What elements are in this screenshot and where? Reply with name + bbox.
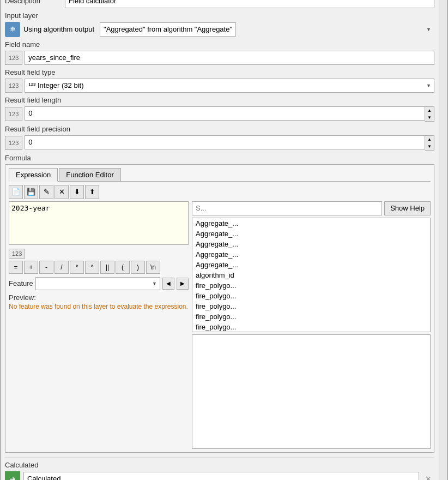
preview-label: Preview:: [9, 293, 36, 302]
result-field-length-increment[interactable]: ▲: [425, 107, 434, 114]
result-field-type-label: Result field type: [5, 68, 434, 76]
field-name-row: 123: [5, 51, 434, 65]
tab-function-editor[interactable]: Function Editor: [59, 168, 120, 181]
calculated-row: ➜ ✕: [5, 471, 434, 481]
result-field-length-input[interactable]: [25, 106, 425, 121]
field-name-input[interactable]: [25, 51, 434, 65]
dialog-content: Properties Comments Description Input la…: [1, 0, 439, 480]
feature-prev-btn[interactable]: ◀: [162, 278, 174, 290]
delete-expression-btn[interactable]: ✕: [55, 185, 69, 199]
result-field-precision-spinbox: ▲ ▼: [25, 135, 434, 151]
search-row: Show Help: [192, 201, 431, 215]
calculated-section: Calculated ➜ ✕: [5, 457, 434, 481]
result-field-precision-prefix: 123: [5, 136, 22, 150]
expr-textarea-wrapper: <span style="color:#cc0000;">2023</span>…: [9, 201, 189, 247]
save-expression-btn[interactable]: 💾: [24, 185, 38, 199]
list-item[interactable]: algorithm_id: [192, 270, 430, 280]
formula-section: Formula Expression Function Editor 📄 💾 ✎: [5, 154, 434, 453]
dialog-scroll: Properties Comments Description Input la…: [1, 0, 447, 480]
result-field-precision-input[interactable]: [25, 135, 425, 149]
input-layer-combo-wrapper: "Aggregated" from algorithm "Aggregate": [100, 22, 434, 37]
list-item[interactable]: fire_polygo...: [192, 311, 430, 322]
op-multiply[interactable]: *: [70, 261, 84, 274]
vertical-scrollbar: ▲ ▼: [439, 0, 447, 480]
num-badge: 123: [9, 249, 25, 259]
description-label: Description: [5, 0, 65, 5]
op-minus[interactable]: -: [39, 261, 53, 274]
result-field-precision-decrement[interactable]: ▼: [425, 143, 434, 150]
input-layer-label: Input layer: [5, 11, 434, 20]
inner-tabs: Expression Function Editor: [9, 168, 431, 182]
input-layer-select[interactable]: "Aggregated" from algorithm "Aggregate": [100, 22, 236, 37]
result-field-precision-spinbox-btns: ▲ ▼: [425, 135, 434, 151]
description-row: Description: [5, 0, 434, 8]
list-item[interactable]: Aggregate_...: [192, 239, 430, 249]
dialog-body: Properties Comments Description Input la…: [1, 0, 439, 480]
calculated-section-label: Calculated: [5, 461, 434, 469]
expression-editor: <span style="color:#cc0000;">2023</span>…: [9, 201, 189, 449]
input-layer-row: ❄ Using algorithm output "Aggregated" fr…: [5, 22, 434, 37]
new-expression-btn[interactable]: 📄: [9, 185, 23, 199]
using-algorithm-label: Using algorithm output: [23, 25, 94, 33]
result-field-type-select[interactable]: ¹²³ Integer (32 bit): [25, 79, 434, 93]
formula-toolbar: 📄 💾 ✎ ✕ ⬇ ⬆: [9, 185, 431, 199]
description-input[interactable]: [65, 0, 434, 8]
list-item[interactable]: Aggregate_...: [192, 218, 430, 229]
preview-row: Preview: No feature was found on this la…: [9, 293, 189, 310]
num-badge-row: 123: [9, 249, 189, 259]
op-newline[interactable]: \n: [146, 261, 160, 274]
feature-combo: [35, 277, 160, 290]
list-item[interactable]: Aggregate_...: [192, 249, 430, 260]
preview-error: No feature was found on this layer to ev…: [9, 303, 189, 310]
formula-main-area: <span style="color:#cc0000;">2023</span>…: [9, 201, 431, 449]
result-field-length-decrement[interactable]: ▼: [425, 114, 434, 121]
result-field-precision-row: 123 ▲ ▼: [5, 135, 434, 151]
result-field-length-spinbox: ▲ ▼: [25, 106, 434, 122]
result-field-precision-label: Result field precision: [5, 125, 434, 133]
result-field-type-prefix: 123: [5, 79, 22, 93]
op-close-paren[interactable]: ): [131, 261, 145, 274]
op-power[interactable]: ^: [85, 261, 99, 274]
op-plus[interactable]: +: [24, 261, 38, 274]
list-item[interactable]: Aggregate_...: [192, 260, 430, 270]
feature-next-btn[interactable]: ▶: [177, 278, 189, 290]
formula-panel: Expression Function Editor 📄 💾 ✎ ✕ ⬇ ⬆: [5, 164, 434, 453]
result-field-length-spinbox-btns: ▲ ▼: [425, 106, 434, 122]
list-item[interactable]: fire_polygo...: [192, 301, 430, 311]
feature-label: Feature: [9, 279, 33, 287]
list-item[interactable]: fire_polygo...: [192, 322, 430, 332]
help-panel: [192, 334, 431, 449]
field-calculator-dialog: Q Field calculator − □ ✕ Properties Comm…: [0, 0, 448, 480]
export-expression-btn[interactable]: ⬆: [85, 185, 99, 199]
functions-list: Aggregate_... Aggregate_... Aggregate_..…: [192, 218, 431, 332]
feature-select[interactable]: [35, 277, 160, 290]
result-field-precision-increment[interactable]: ▲: [425, 136, 434, 143]
calculated-input[interactable]: [23, 472, 419, 481]
calculated-clear-button[interactable]: ✕: [422, 473, 434, 481]
result-field-length-prefix: 123: [5, 107, 22, 121]
search-input[interactable]: [192, 201, 382, 215]
formula-section-label: Formula: [5, 154, 434, 162]
op-open-paren[interactable]: (: [116, 261, 130, 274]
edit-expression-btn[interactable]: ✎: [39, 185, 53, 199]
right-panel: Show Help Aggregate_... Aggregate_... Ag…: [192, 201, 431, 449]
field-name-section-label: Field name: [5, 40, 434, 49]
tab-expression[interactable]: Expression: [9, 168, 58, 182]
expression-textarea[interactable]: <span style="color:#cc0000;">2023</span>…: [9, 201, 189, 245]
result-field-length-row: 123 ▲ ▼: [5, 106, 434, 122]
op-divide[interactable]: /: [55, 261, 69, 274]
list-item[interactable]: fire_polygo...: [192, 280, 430, 291]
list-item[interactable]: Aggregate_...: [192, 229, 430, 239]
list-item[interactable]: fire_polygo...: [192, 291, 430, 301]
show-help-button[interactable]: Show Help: [384, 201, 431, 215]
op-concat[interactable]: ||: [100, 261, 114, 274]
field-name-prefix: 123: [5, 51, 22, 65]
op-equals[interactable]: =: [9, 261, 23, 274]
result-field-type-combo-wrapper: ¹²³ Integer (32 bit): [25, 79, 434, 93]
import-expression-btn[interactable]: ⬇: [70, 185, 84, 199]
result-field-type-row: 123 ¹²³ Integer (32 bit): [5, 79, 434, 93]
operators-row: = + - / * ^ || ( ) \n: [9, 261, 189, 274]
result-field-length-label: Result field length: [5, 96, 434, 104]
calculated-arrow-icon: ➜: [5, 471, 20, 481]
feature-row: Feature ◀ ▶: [9, 277, 189, 290]
